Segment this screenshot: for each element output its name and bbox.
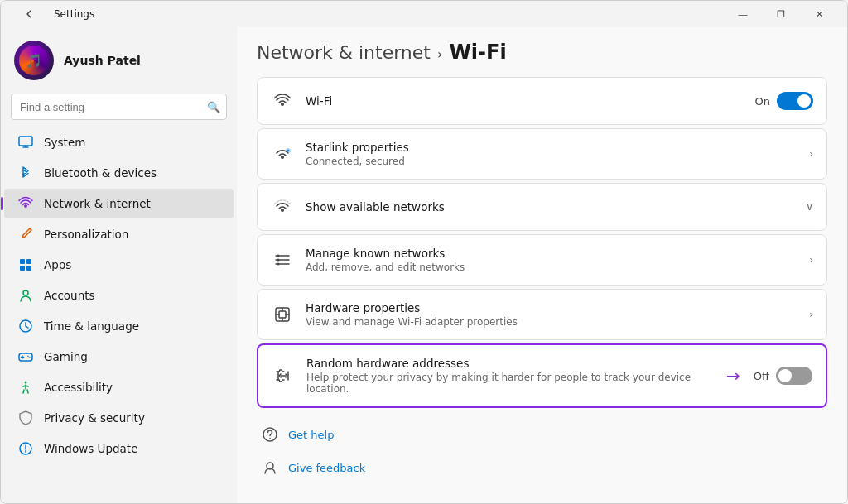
settings-window: Settings — ❐ ✕ 🎵 Ayush Patel 🔍 (0, 0, 848, 504)
sidebar-item-windows-update[interactable]: Windows Update (4, 434, 234, 463)
content-area: 🎵 Ayush Patel 🔍 (1, 27, 847, 503)
bluetooth-icon (17, 165, 34, 181)
starlink-icon (271, 142, 294, 166)
starlink-chevron: › (809, 148, 813, 160)
sidebar-item-apps[interactable]: Apps (4, 250, 234, 280)
starlink-row[interactable]: Starlink properties Connected, secured › (258, 129, 826, 179)
gaming-icon (17, 348, 34, 365)
get-help-link[interactable]: Get help (288, 429, 334, 441)
sidebar-item-label-system: System (44, 136, 85, 149)
show-networks-icon (271, 195, 294, 218)
manage-networks-title: Manage known networks (306, 247, 809, 260)
starlink-subtitle: Connected, secured (306, 156, 809, 167)
svg-rect-0 (19, 137, 32, 146)
wifi-toggle-action: On (755, 92, 813, 110)
random-hw-action: → Off (726, 366, 812, 386)
sidebar-item-accounts[interactable]: Accounts (4, 281, 234, 310)
page-title: Wi-Fi (449, 41, 506, 64)
sidebar-item-personalization[interactable]: Personalization (4, 219, 234, 249)
hardware-props-row[interactable]: Hardware properties View and manage Wi-F… (258, 290, 826, 339)
sidebar-item-system[interactable]: System (4, 127, 234, 157)
svg-point-14 (277, 255, 280, 257)
random-hw-title: Random hardware addresses (306, 357, 726, 370)
sidebar-item-bluetooth[interactable]: Bluetooth & devices (4, 158, 234, 188)
svg-point-20 (269, 438, 271, 439)
titlebar: Settings — ❐ ✕ (1, 1, 847, 27)
help-links: Get help Give feedback (257, 411, 827, 491)
give-feedback-icon (260, 458, 280, 478)
hardware-props-chevron: › (809, 309, 813, 320)
minimize-button[interactable]: — (725, 2, 761, 26)
give-feedback-link[interactable]: Give feedback (288, 462, 365, 474)
manage-networks-row[interactable]: Manage known networks Add, remove, and e… (258, 235, 826, 285)
wifi-icon (271, 89, 294, 113)
hardware-props-subtitle: View and manage Wi-Fi adapter properties (306, 316, 809, 328)
svg-rect-2 (26, 259, 31, 264)
accounts-icon (17, 287, 34, 304)
random-hw-text: Random hardware addresses Help protect y… (306, 357, 726, 395)
sidebar-item-label-gaming: Gaming (44, 350, 88, 363)
sidebar-item-gaming[interactable]: Gaming (4, 342, 234, 372)
search-icon: 🔍 (207, 101, 220, 113)
breadcrumb-parent: Network & internet (257, 42, 431, 63)
search-input[interactable] (11, 94, 227, 120)
svg-rect-3 (20, 266, 25, 271)
back-button[interactable] (11, 2, 47, 26)
sidebar-item-time[interactable]: Time & language (4, 311, 234, 341)
sidebar-item-label-network: Network & internet (44, 197, 151, 210)
show-networks-title: Show available networks (306, 200, 806, 214)
titlebar-left: Settings (11, 2, 94, 26)
random-hw-toggle-switch[interactable] (776, 367, 812, 385)
close-button[interactable]: ✕ (801, 2, 837, 26)
give-feedback-row[interactable]: Give feedback (257, 451, 827, 484)
manage-networks-text: Manage known networks Add, remove, and e… (306, 247, 809, 273)
arrow-indicator: → (726, 366, 740, 386)
random-hw-row[interactable]: Random hardware addresses Help protect y… (258, 345, 826, 406)
show-networks-action: ∨ (806, 201, 813, 213)
sidebar-item-network[interactable]: Network & internet (4, 189, 234, 218)
maximize-button[interactable]: ❐ (763, 2, 799, 26)
sidebar-item-label-time: Time & language (44, 319, 139, 333)
wifi-toggle-switch[interactable] (777, 92, 813, 110)
apps-icon (17, 257, 34, 273)
svg-point-10 (25, 382, 27, 384)
random-hw-subtitle: Help protect your privacy by making it h… (306, 372, 726, 395)
svg-point-8 (27, 356, 29, 358)
random-hw-icon (272, 364, 295, 387)
manage-networks-card: Manage known networks Add, remove, and e… (257, 234, 827, 286)
window-title: Settings (54, 8, 94, 20)
sidebar-item-label-windows-update: Windows Update (44, 442, 137, 455)
svg-rect-1 (20, 259, 25, 264)
svg-point-9 (29, 357, 31, 358)
hardware-props-card: Hardware properties View and manage Wi-F… (257, 289, 827, 340)
hardware-props-text: Hardware properties View and manage Wi-F… (306, 301, 809, 328)
show-networks-text: Show available networks (306, 200, 806, 214)
sidebar-item-label-bluetooth: Bluetooth & devices (44, 166, 157, 180)
svg-rect-4 (26, 266, 31, 271)
sidebar-nav: System Bluetooth & devices (1, 127, 237, 464)
show-networks-card: Show available networks ∨ (257, 183, 827, 231)
main-content: Network & internet › Wi-Fi (237, 27, 847, 503)
wifi-toggle-row[interactable]: Wi-Fi On (258, 78, 826, 124)
sidebar-item-label-privacy: Privacy & security (44, 411, 145, 425)
show-networks-row[interactable]: Show available networks ∨ (258, 184, 826, 230)
wifi-toggle-card: Wi-Fi On (257, 77, 827, 125)
system-icon (17, 134, 34, 151)
svg-point-15 (277, 259, 280, 262)
time-icon (17, 318, 34, 334)
svg-point-12 (26, 452, 26, 453)
wifi-toggle-title: Wi-Fi (306, 94, 755, 108)
hardware-props-title: Hardware properties (306, 301, 809, 314)
sidebar-item-privacy[interactable]: Privacy & security (4, 403, 234, 433)
window-controls: — ❐ ✕ (725, 2, 837, 26)
avatar: 🎵 (14, 41, 54, 80)
user-profile: 🎵 Ayush Patel (1, 27, 237, 90)
random-hw-card: Random hardware addresses Help protect y… (257, 343, 827, 408)
sidebar: 🎵 Ayush Patel 🔍 (1, 27, 237, 503)
hardware-props-action: › (809, 309, 813, 320)
get-help-row[interactable]: Get help (257, 418, 827, 451)
sidebar-item-accessibility[interactable]: Accessibility (4, 372, 234, 402)
hardware-props-icon (271, 303, 294, 326)
network-icon (17, 195, 34, 212)
accessibility-icon (17, 379, 34, 396)
